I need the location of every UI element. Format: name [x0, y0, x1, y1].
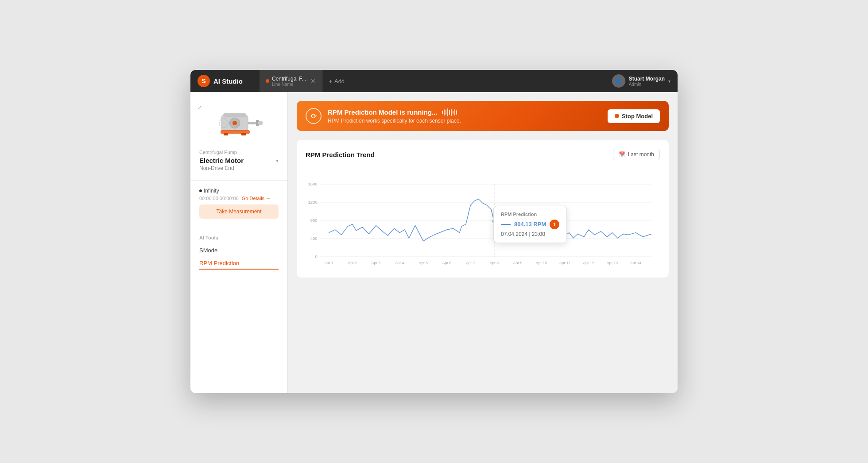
plus-icon: +: [329, 78, 332, 85]
svg-text:Apr 10: Apr 10: [536, 261, 547, 265]
brand-name: AI Studio: [213, 77, 243, 85]
svg-text:Apr 7: Apr 7: [466, 261, 475, 265]
user-name: Stuart Morgan: [629, 76, 665, 82]
svg-text:Apr 6: Apr 6: [442, 261, 452, 265]
tab-indicator-dot: [266, 79, 269, 83]
alert-left: ⟳ RPM Prediction Model is running...: [306, 108, 461, 124]
user-menu[interactable]: 👤 Stuart Morgan Admin ▾: [612, 74, 670, 88]
top-bar-right: 👤 Stuart Morgan Admin ▾: [612, 74, 670, 88]
take-measurement-button[interactable]: Take Measurement: [199, 204, 279, 219]
content-area: ⟳ RPM Prediction Model is running...: [288, 92, 678, 393]
device-name: Electric Motor: [199, 157, 244, 164]
device-name-row: Electric Motor ▾: [199, 157, 279, 164]
dot-indicator: [199, 189, 202, 192]
chart-title: RPM Prediction Trend: [306, 151, 375, 158]
alert-banner: ⟳ RPM Prediction Model is running...: [297, 101, 669, 131]
tab-text: Centrifugal F... Line Name: [272, 76, 306, 87]
svg-point-3: [232, 121, 237, 125]
alert-model-icon: ⟳: [306, 108, 322, 124]
tab-title: Centrifugal F...: [272, 76, 306, 82]
active-tab[interactable]: Centrifugal F... Line Name ✕: [260, 70, 322, 92]
svg-point-11: [222, 122, 225, 124]
svg-text:Apr 13: Apr 13: [607, 261, 618, 265]
brand-area: S AI Studio: [198, 75, 260, 87]
tabs-area: Centrifugal F... Line Name ✕ + Add: [260, 70, 612, 92]
svg-text:Apr 4: Apr 4: [395, 261, 404, 265]
add-tab-label: Add: [334, 78, 345, 85]
ai-tools-label: AI Tools: [199, 235, 279, 240]
alert-subtitle: RPM Prediction works specifically for ea…: [328, 118, 461, 124]
svg-text:1200: 1200: [308, 200, 318, 204]
alert-text: RPM Prediction Model is running...: [328, 108, 461, 124]
device-info: Centrifugal Pump Electric Motor ▾ Non-Dr…: [190, 150, 287, 178]
divider-1: [190, 180, 287, 181]
sidebar-item-smode[interactable]: SMode: [199, 244, 279, 257]
user-role: Admin: [629, 82, 665, 87]
alert-title: RPM Prediction Model is running...: [328, 108, 461, 116]
svg-text:Apr 14: Apr 14: [630, 261, 641, 265]
measurement-section: Infinity 00:00:00:00:00:00 Go Details → …: [190, 182, 287, 224]
svg-rect-9: [241, 133, 246, 135]
tab-subtitle: Line Name: [272, 82, 306, 87]
sidebar-item-rpm-prediction[interactable]: RPM Prediction: [199, 257, 279, 270]
device-end: Non-Drive End: [199, 165, 279, 171]
stop-model-button[interactable]: Stop Model: [608, 109, 660, 123]
ai-tools-section: AI Tools SMode RPM Prediction: [190, 228, 287, 273]
chart-card: RPM Prediction Trend 📅 Last month 0 400 …: [297, 140, 669, 278]
rpm-chart: 0 400 800 1200 1600 Apr 1 Apr 2: [306, 167, 660, 269]
svg-text:800: 800: [310, 218, 318, 223]
svg-text:Apr 1: Apr 1: [324, 261, 333, 265]
add-tab-button[interactable]: + Add: [322, 70, 351, 92]
chart-header: RPM Prediction Trend 📅 Last month: [306, 149, 660, 160]
date-filter-button[interactable]: 📅 Last month: [613, 149, 660, 160]
sidebar: ⤢: [190, 92, 288, 393]
svg-rect-1: [223, 113, 246, 117]
go-details-link[interactable]: Go Details →: [242, 196, 271, 201]
svg-text:Apr 5: Apr 5: [418, 261, 428, 265]
tab-close-icon[interactable]: ✕: [310, 77, 316, 85]
svg-rect-8: [224, 133, 228, 135]
user-text-block: Stuart Morgan Admin: [629, 76, 665, 87]
svg-text:Apr 2: Apr 2: [348, 261, 357, 265]
stop-btn-icon: [615, 114, 619, 118]
waveform-icon: [442, 108, 457, 116]
device-category: Centrifugal Pump: [199, 150, 279, 155]
top-bar: S AI Studio Centrifugal F... Line Name ✕…: [190, 70, 678, 92]
svg-text:400: 400: [310, 236, 318, 241]
svg-text:1600: 1600: [308, 181, 318, 186]
machine-image-area: ⤢: [190, 101, 287, 150]
user-avatar: 👤: [612, 74, 625, 88]
infinity-label: Infinity: [204, 188, 219, 194]
chart-wrapper: 0 400 800 1200 1600 Apr 1 Apr 2: [306, 167, 660, 269]
svg-rect-6: [258, 121, 263, 125]
svg-text:0: 0: [315, 254, 317, 259]
calendar-icon: 📅: [619, 151, 625, 158]
svg-text:Apr 3: Apr 3: [372, 261, 381, 265]
svg-text:Apr 8: Apr 8: [489, 261, 499, 265]
device-chevron-icon[interactable]: ▾: [276, 158, 279, 164]
machine-illustration: [208, 105, 270, 141]
expand-icon[interactable]: ⤢: [198, 104, 202, 111]
svg-text:Apr 9: Apr 9: [513, 261, 523, 265]
brand-logo: S: [198, 75, 210, 87]
date-filter-label: Last month: [628, 151, 654, 158]
divider-2: [190, 226, 287, 226]
svg-point-37: [492, 219, 496, 224]
main-layout: ⤢: [190, 92, 678, 393]
measurement-time: 00:00:00:00:00:00 Go Details →: [199, 196, 279, 201]
svg-text:Apr 11: Apr 11: [559, 261, 570, 265]
user-chevron-icon: ▾: [668, 79, 670, 84]
measurement-label: Infinity: [199, 188, 279, 194]
svg-text:Apr 12: Apr 12: [583, 261, 594, 265]
